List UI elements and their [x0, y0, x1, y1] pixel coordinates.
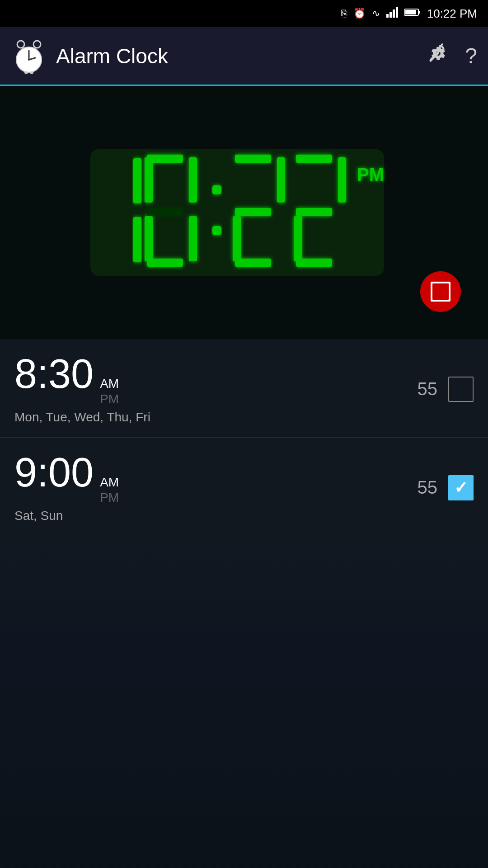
- empty-area: [0, 536, 488, 868]
- alarm-snooze: 55: [418, 379, 438, 399]
- alarm-toggle-2[interactable]: ✓: [448, 475, 474, 500]
- alarm-list: 8:30 AM PM Mon, Tue, Wed, Thu, Fri 55 ✓ …: [0, 339, 488, 536]
- svg-rect-28: [212, 226, 221, 235]
- alarm-toggle-1[interactable]: ✓: [448, 377, 474, 402]
- svg-rect-5: [405, 10, 416, 14]
- svg-rect-23: [147, 208, 183, 216]
- status-bar: ⎘ ⏰ ∿ 10:22 PM: [0, 0, 488, 27]
- alarm-period-stack: AM PM: [100, 377, 119, 406]
- svg-text:PM: PM: [357, 165, 384, 184]
- svg-rect-34: [296, 155, 332, 163]
- svg-rect-29: [235, 155, 271, 163]
- svg-rect-38: [296, 259, 332, 267]
- svg-rect-19: [133, 217, 141, 262]
- alarm-period-pm: PM: [100, 491, 119, 505]
- alarm-period-am: AM: [100, 475, 119, 490]
- alarm-days: Sat, Sun: [14, 509, 418, 523]
- svg-rect-36: [296, 208, 332, 216]
- battery-icon: [404, 8, 421, 19]
- alarm-time: 9:00: [14, 452, 94, 493]
- svg-rect-26: [147, 259, 183, 267]
- alarm-time-section: 9:00 AM PM Sat, Sun: [14, 452, 418, 523]
- svg-rect-30: [277, 157, 285, 203]
- svg-rect-31: [235, 208, 271, 216]
- svg-rect-21: [145, 157, 153, 203]
- svg-point-7: [17, 41, 24, 48]
- svg-rect-27: [212, 185, 221, 194]
- svg-rect-15: [30, 71, 33, 74]
- clock-display[interactable]: PM: [0, 86, 488, 339]
- svg-rect-33: [235, 259, 271, 267]
- svg-rect-40: [432, 283, 450, 301]
- clock-svg: PM: [86, 145, 402, 280]
- alarm-time-row: 8:30 AM PM: [14, 354, 418, 406]
- header-actions: ?: [427, 42, 477, 69]
- alarm-time-row: 9:00 AM PM: [14, 452, 418, 505]
- app-icon: [11, 38, 47, 74]
- help-button[interactable]: ?: [465, 43, 477, 68]
- bluetooth-icon: ⎘: [341, 8, 347, 19]
- svg-rect-32: [233, 216, 241, 261]
- svg-point-13: [28, 59, 30, 61]
- alarm-snooze: 55: [418, 477, 438, 498]
- svg-rect-25: [189, 216, 197, 261]
- svg-rect-24: [145, 216, 153, 261]
- alarm-period-am: AM: [100, 377, 119, 391]
- svg-rect-6: [418, 11, 420, 14]
- alarm-right: 55 ✓: [418, 377, 474, 402]
- settings-button[interactable]: [427, 42, 449, 69]
- digital-clock: PM: [86, 145, 402, 280]
- checkmark-icon: ✓: [454, 478, 468, 497]
- alarm-item[interactable]: 9:00 AM PM Sat, Sun 55 ✓: [0, 438, 488, 536]
- svg-rect-22: [189, 157, 197, 203]
- status-icons: ⎘ ⏰ ∿ 10:22 PM: [341, 7, 477, 21]
- svg-rect-0: [386, 14, 389, 18]
- svg-rect-35: [338, 157, 346, 203]
- svg-rect-1: [389, 12, 392, 18]
- alarm-period-pm: PM: [100, 392, 119, 406]
- alarm-time: 8:30: [14, 354, 94, 394]
- alarm-item[interactable]: 8:30 AM PM Mon, Tue, Wed, Thu, Fri 55 ✓: [0, 339, 488, 438]
- svg-rect-18: [133, 158, 141, 203]
- svg-rect-14: [24, 71, 28, 74]
- alarm-right: 55 ✓: [418, 475, 474, 500]
- signal-icon: [386, 7, 398, 20]
- svg-rect-2: [393, 9, 395, 18]
- alarm-period-stack: AM PM: [100, 475, 119, 505]
- svg-rect-37: [294, 216, 302, 261]
- app-header: Alarm Clock ?: [0, 27, 488, 86]
- fullscreen-button[interactable]: [420, 271, 461, 312]
- alarm-time-section: 8:30 AM PM Mon, Tue, Wed, Thu, Fri: [14, 354, 418, 425]
- wifi-icon: ∿: [372, 8, 380, 19]
- alarm-days: Mon, Tue, Wed, Thu, Fri: [14, 410, 418, 425]
- svg-rect-3: [396, 7, 398, 18]
- app-title: Alarm Clock: [56, 44, 427, 68]
- alarm-icon: ⏰: [353, 8, 366, 19]
- svg-point-8: [33, 41, 41, 48]
- status-time: 10:22 PM: [427, 7, 477, 21]
